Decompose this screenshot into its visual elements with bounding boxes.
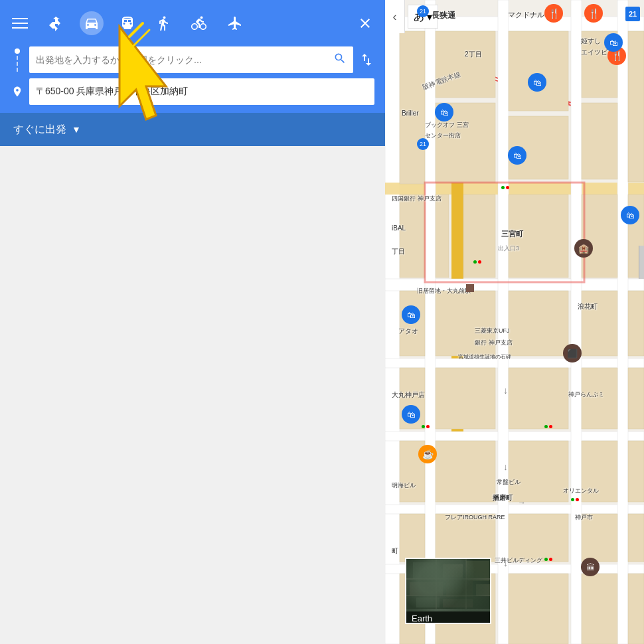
earth-satellite-image: [406, 559, 490, 611]
map-label-briller: Briller: [402, 110, 419, 117]
svg-rect-46: [628, 368, 644, 429]
map-label-ibal: iBAL: [392, 224, 406, 232]
map-label-kobranpu: 神戸らんぷミ: [568, 390, 604, 399]
pin-restaurant-1[interactable]: 🍴: [544, 4, 563, 23]
svg-rect-71: [443, 599, 473, 607]
svg-rect-2: [12, 27, 28, 29]
traffic-light-1: [501, 186, 509, 190]
map-label-mitsubishi: 三菱東京UFJ: [475, 327, 510, 335]
departure-label: すぐに出発: [13, 123, 66, 137]
traffic-light-3: [422, 425, 430, 429]
pin-memorial[interactable]: ⬛: [563, 344, 582, 362]
map-label-sannomiyacho: 三宮町: [501, 229, 523, 239]
svg-rect-70: [416, 598, 440, 607]
map-label-flare: フレアIROUGH RARE: [445, 513, 505, 522]
pin-info-1[interactable]: 🏨: [574, 239, 593, 258]
destination-value-text: 〒650-00 兵庫県神戸市中央区加納町: [36, 86, 188, 98]
svg-rect-66: [466, 561, 489, 581]
destination-pin-icon: [11, 84, 24, 100]
route-21-badge-1: 21: [417, 5, 429, 17]
map-label-bank: 銀行 神戸支店: [475, 339, 513, 347]
svg-rect-65: [443, 564, 463, 578]
map-back-button[interactable]: ‹: [385, 0, 405, 33]
station-marker: [466, 284, 474, 292]
origin-input-box[interactable]: [29, 46, 353, 73]
svg-rect-54: [509, 514, 568, 562]
directions-icon[interactable]: [44, 11, 68, 35]
pin-shop-2[interactable]: 🛍: [528, 73, 546, 92]
menu-button[interactable]: [8, 11, 32, 35]
svg-rect-51: [628, 441, 644, 502]
pin-heritage[interactable]: 🏛: [581, 558, 600, 576]
road-arrow-4: ↓: [503, 558, 508, 568]
svg-rect-21: [571, 0, 582, 644]
pin-restaurant-2[interactable]: 🍴: [584, 4, 603, 23]
map-background: ‹ あ ▾ 21 長狭通 マクドナルド 阪神電鉄本線 姫すし エイツビル 2丁目…: [385, 0, 644, 644]
map-label-akamibiru: 明海ビル: [392, 481, 416, 490]
svg-rect-63: [406, 559, 491, 609]
svg-rect-61: [628, 574, 644, 644]
pin-shop-1[interactable]: 🛍: [604, 33, 623, 52]
pin-shop-3[interactable]: 🛍: [435, 103, 453, 121]
svg-rect-23: [400, 31, 425, 184]
departure-dropdown-arrow[interactable]: ▼: [72, 124, 81, 135]
bike-mode-button[interactable]: [187, 11, 211, 35]
map-edge-indicator: [639, 246, 644, 279]
car-mode-button[interactable]: [80, 11, 104, 35]
flight-mode-button[interactable]: [223, 11, 247, 35]
content-area: [0, 146, 385, 644]
map-label-himesushi: 姫すし: [581, 37, 601, 46]
walk-mode-button[interactable]: [151, 11, 175, 35]
swap-button[interactable]: [359, 52, 374, 68]
svg-rect-26: [509, 31, 568, 111]
back-arrow-icon: ‹: [393, 10, 397, 24]
search-icon[interactable]: [333, 52, 347, 68]
pin-shop-7[interactable]: 🛍: [402, 405, 420, 424]
map-label-machi: 町: [392, 546, 398, 556]
pin-coffee-1[interactable]: ☕: [418, 445, 437, 463]
svg-rect-49: [509, 441, 568, 502]
map-label-1chome: 丁目: [392, 247, 405, 256]
map-label-shikokubank: 四国銀行 神戸支店: [392, 195, 442, 203]
traffic-light-2: [473, 260, 481, 264]
destination-row: 〒650-00 兵庫県神戸市中央区加納町: [11, 78, 374, 105]
svg-rect-24: [436, 31, 495, 98]
svg-rect-59: [509, 574, 568, 644]
traffic-light-7: [544, 558, 552, 562]
svg-rect-32: [436, 195, 449, 278]
svg-rect-19: [425, 0, 436, 644]
map-label-oldresidence: 旧居留地・大丸前駅: [417, 287, 471, 295]
map-label-2chome: 2丁目: [465, 50, 482, 59]
map-label-miyagi: 宮城道雄生誕地の石碑: [458, 353, 511, 361]
svg-rect-16: [385, 432, 644, 441]
pin-shop-6[interactable]: 🛍: [402, 305, 420, 324]
origin-dot-icon: [11, 48, 24, 72]
pin-shop-4[interactable]: 🛍: [508, 146, 526, 165]
map-roads-svg: [385, 0, 644, 644]
earth-thumbnail[interactable]: Earth: [405, 558, 491, 624]
origin-input[interactable]: [36, 54, 333, 65]
destination-text[interactable]: 〒650-00 兵庫県神戸市中央区加納町: [29, 78, 374, 105]
map-panel[interactable]: ‹ あ ▾ 21 長狭通 マクドナルド 阪神電鉄本線 姫すし エイツビル 2丁目…: [385, 0, 644, 644]
earth-label-text: Earth: [406, 611, 490, 624]
map-label-tokiwabiru: 常盤ビル: [497, 478, 521, 487]
svg-rect-33: [463, 195, 495, 278]
svg-rect-64: [413, 562, 440, 579]
svg-rect-29: [582, 103, 617, 179]
svg-rect-31: [400, 195, 425, 278]
map-route-badge: 21: [625, 7, 640, 21]
map-label-harima: 播磨町: [493, 493, 513, 503]
map-label-oriental: オリエンタル: [563, 487, 599, 495]
svg-rect-56: [628, 514, 644, 562]
svg-rect-39: [509, 291, 568, 356]
svg-rect-35: [582, 195, 617, 278]
svg-rect-67: [410, 582, 443, 596]
svg-rect-44: [509, 368, 568, 429]
close-button[interactable]: [353, 11, 377, 35]
map-label-mitsui: 三井ビルディング: [495, 556, 542, 565]
road-arrow-2: ↓: [503, 461, 508, 472]
svg-rect-48: [436, 441, 495, 502]
pin-shop-5[interactable]: 🛍: [621, 206, 639, 224]
svg-rect-30: [628, 31, 644, 182]
transit-mode-button[interactable]: [116, 11, 139, 35]
